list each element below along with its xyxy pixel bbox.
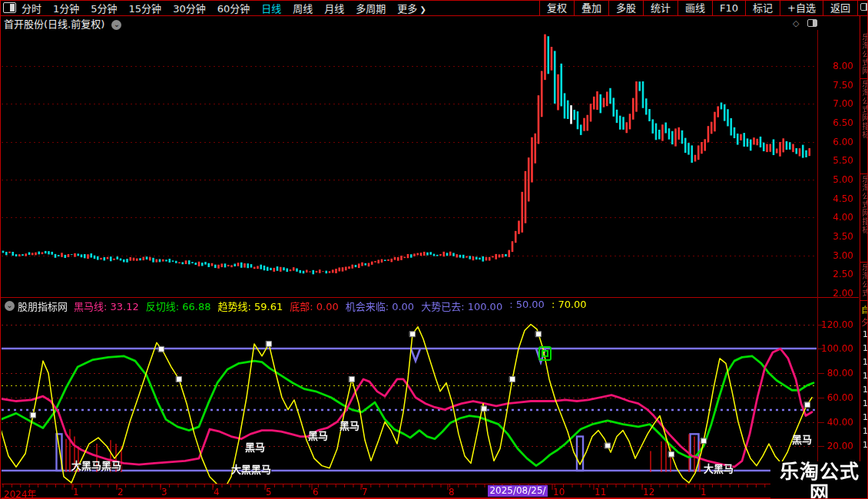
signal-label: 大黑马 xyxy=(704,461,734,475)
month-label: 12 xyxy=(643,487,654,497)
toolbar-button-+自选[interactable]: +自选 xyxy=(780,1,823,15)
month-label: 5 xyxy=(266,487,272,497)
month-label: 8 xyxy=(449,487,455,497)
strip-segment[interactable]: 乐淘公式网指标 xyxy=(861,175,868,260)
indicator-dropdown-icon[interactable]: ⌄ xyxy=(5,301,15,311)
strip-divider xyxy=(860,300,868,301)
app-window: 分时1分钟5分钟15分钟30分钟60分钟日线周线月线多周期更多 ❯ 复权叠加多股… xyxy=(0,0,868,499)
indicator-param: 机会来临: 0.00 xyxy=(346,299,414,313)
indicator-param: 反切线: 66.88 xyxy=(146,299,211,313)
indicator-param: : 50.00 xyxy=(509,299,545,313)
indicator-param: 黑马线: 33.12 xyxy=(74,299,139,313)
period-tab-日线[interactable]: 日线 xyxy=(261,1,281,15)
period-tabs: 分时1分钟5分钟15分钟30分钟60分钟日线周线月线多周期更多 ❯ xyxy=(22,1,426,15)
price-axis-label: 7.50 xyxy=(817,80,853,91)
buy-signal-icon xyxy=(538,346,552,361)
price-axis-label: 2.50 xyxy=(817,269,853,279)
indicator-name: 股朋指标网 xyxy=(18,299,68,313)
watermark: 乐淘公式网 www.60lt.com xyxy=(770,461,868,499)
month-label: 4 xyxy=(214,487,220,497)
price-axis-label: 5.50 xyxy=(817,155,853,166)
period-tab-多周期[interactable]: 多周期 xyxy=(356,1,386,15)
toolbar-button-返回[interactable]: 返回 xyxy=(823,1,858,15)
price-axis-label: 4.50 xyxy=(817,193,853,204)
strip-value: 1 xyxy=(863,371,868,381)
indicator-header: ⌄ 股朋指标网 黑马线: 33.12反切线: 66.88趋势线: 59.61底部… xyxy=(1,297,859,314)
indicator-param: : 70.00 xyxy=(552,299,587,313)
price-axis-label: 5.00 xyxy=(817,174,853,185)
toolbar-button-F10[interactable]: F10 xyxy=(712,1,745,15)
price-axis-label: 3.00 xyxy=(817,250,853,261)
period-tab-周线[interactable]: 周线 xyxy=(293,1,313,15)
strip-value: 1 xyxy=(863,385,868,395)
title-dropdown-icon[interactable]: ⌄ xyxy=(111,20,121,30)
strip-value: 1 xyxy=(863,426,868,436)
strip-value: 1 xyxy=(863,357,868,367)
strip-segment[interactable]: 乐淘公式网指标 xyxy=(861,80,868,172)
month-label: 7 xyxy=(362,487,368,497)
diamond-icon[interactable]: ◇ xyxy=(793,18,799,28)
toolbar-button-统计[interactable]: 统计 xyxy=(643,1,678,15)
month-label: 6 xyxy=(313,487,319,497)
top-toolbar: 分时1分钟5分钟15分钟30分钟60分钟日线周线月线多周期更多 ❯ 复权叠加多股… xyxy=(1,1,868,16)
price-axis-label: 6.00 xyxy=(817,137,853,147)
signal-label: 黑马 xyxy=(792,431,812,446)
toolbar-button-画线[interactable]: 画线 xyxy=(678,1,712,15)
period-tab-更多[interactable]: 更多 ❯ xyxy=(397,1,426,15)
corner-window-icon[interactable] xyxy=(860,3,868,11)
signal-label: 黑马 xyxy=(245,439,265,454)
toolbar-button-复权[interactable]: 复权 xyxy=(539,1,574,15)
period-tab-15分钟[interactable]: 15分钟 xyxy=(129,1,162,15)
toolbar-actions: 复权叠加多股统计画线F10标记+自选返回 xyxy=(539,1,858,15)
title-bar: 首开股份(日线.前复权) ⌄ ◇ xyxy=(1,16,859,30)
month-label: 1 xyxy=(73,487,79,497)
strip-divider xyxy=(860,173,868,174)
toolbar-button-多股[interactable]: 多股 xyxy=(608,1,643,15)
indicator-params: 黑马线: 33.12反切线: 66.88趋势线: 59.61底部: 0.00机会… xyxy=(74,299,594,313)
month-label: 1 xyxy=(701,487,707,497)
strip-divider xyxy=(860,262,868,263)
period-tab-5分钟[interactable]: 5分钟 xyxy=(91,1,117,15)
price-axis-label: 4.00 xyxy=(817,212,853,223)
strip-char: 夕 xyxy=(861,316,868,328)
period-tab-月线[interactable]: 月线 xyxy=(324,1,344,15)
panel-toggle-icon[interactable] xyxy=(807,19,817,27)
strip-value: 1 xyxy=(863,412,868,422)
date-axis xyxy=(2,484,859,499)
stock-title: 首开股份(日线.前复权) xyxy=(4,18,104,30)
signal-label: 大黑黑马 xyxy=(231,461,271,476)
strip-value: 1 xyxy=(863,440,868,450)
current-date-highlight: 2025/08/25/— xyxy=(488,485,548,497)
signal-label: 大黑马黑马 xyxy=(71,458,121,472)
axis-tick xyxy=(818,398,824,398)
month-label: 2 xyxy=(118,487,124,497)
toolbar-button-标记[interactable]: 标记 xyxy=(745,1,780,15)
price-axis-label: 8.00 xyxy=(817,61,853,71)
price-axis-label: 7.00 xyxy=(817,98,853,109)
axis-tick xyxy=(818,349,824,349)
strip-value: 1 xyxy=(863,343,868,353)
strip-segment[interactable]: 乐淘公式网 xyxy=(861,33,868,78)
more-arrow-icon: ❯ xyxy=(417,5,426,14)
month-label: 3 xyxy=(161,487,167,497)
indicator-param: 大势已去: 100.00 xyxy=(421,299,502,313)
indicator-panel-chart[interactable] xyxy=(2,314,817,484)
axis-divider xyxy=(817,30,818,498)
strip-segment[interactable]: 乐淘公式 xyxy=(861,263,868,299)
period-tab-30分钟[interactable]: 30分钟 xyxy=(173,1,206,15)
year-label: 2024年 xyxy=(4,487,37,499)
period-tab-60分钟[interactable]: 60分钟 xyxy=(217,1,250,15)
signal-label: 黑马 xyxy=(308,428,328,442)
window-layout-icon[interactable] xyxy=(3,2,16,13)
strip-value: 1 xyxy=(863,329,868,339)
main-price-chart[interactable] xyxy=(2,30,817,296)
period-tab-分时[interactable]: 分时 xyxy=(22,1,41,15)
month-label: 11 xyxy=(595,487,606,497)
axis-tick xyxy=(818,446,824,447)
period-tab-1分钟[interactable]: 1分钟 xyxy=(53,1,79,15)
price-axis-label: 3.50 xyxy=(817,231,853,242)
indicator-param: 趋势线: 59.61 xyxy=(217,299,283,313)
toolbar-button-叠加[interactable]: 叠加 xyxy=(574,1,608,15)
right-edge-strip[interactable]: 乐淘公式网乐淘公式网指标乐淘公式网指标乐淘公式自夕111111111 xyxy=(860,16,868,499)
strip-divider xyxy=(860,78,868,79)
